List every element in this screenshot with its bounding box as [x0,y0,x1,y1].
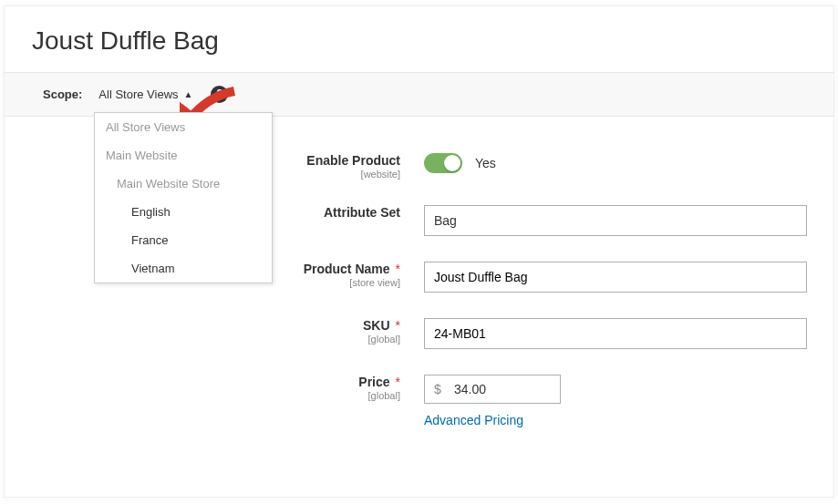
scope-selector[interactable]: All Store Views ▲ [98,87,192,101]
required-mark-icon: * [396,262,400,276]
scope-option-english[interactable]: English [95,198,272,226]
page-title: Joust Duffle Bag [5,6,833,72]
scope-label: Scope: [43,87,82,101]
scope-option-main-website[interactable]: Main Website [95,141,272,170]
scope-bar: Scope: All Store Views ▲ ? All Store Vie… [5,72,833,117]
scope-option-france[interactable]: France [95,226,272,254]
attribute-set-select[interactable]: Bag [424,205,807,236]
enable-product-toggle[interactable] [424,153,462,173]
price-input[interactable]: $ 34.00 [424,375,561,404]
product-name-label: Product Name [304,262,390,276]
enable-product-value: Yes [475,156,496,170]
scope-dropdown: All Store Views Main Website Main Websit… [94,112,273,283]
attribute-set-value: Bag [434,213,457,228]
required-mark-icon: * [396,318,400,333]
sku-sublabel: [global] [5,334,400,345]
advanced-pricing-link[interactable]: Advanced Pricing [424,413,523,427]
chevron-up-icon: ▲ [184,89,193,99]
toggle-knob-icon [444,155,460,171]
help-icon[interactable]: ? [211,86,228,103]
price-value: 34.00 [450,382,560,396]
price-label: Price [358,375,389,389]
required-mark-icon: * [396,375,400,389]
product-name-input[interactable] [424,262,807,293]
scope-selected-value: All Store Views [98,87,178,101]
price-sublabel: [global] [5,390,400,401]
scope-option-main-website-store[interactable]: Main Website Store [95,170,272,198]
scope-option-vietnam[interactable]: Vietnam [95,254,272,283]
enable-product-label: Enable Product [306,153,400,168]
scope-option-all-store-views[interactable]: All Store Views [95,113,272,141]
currency-symbol: $ [425,382,450,396]
attribute-set-label: Attribute Set [324,205,400,220]
sku-input[interactable] [424,318,807,349]
sku-label: SKU [363,318,390,333]
